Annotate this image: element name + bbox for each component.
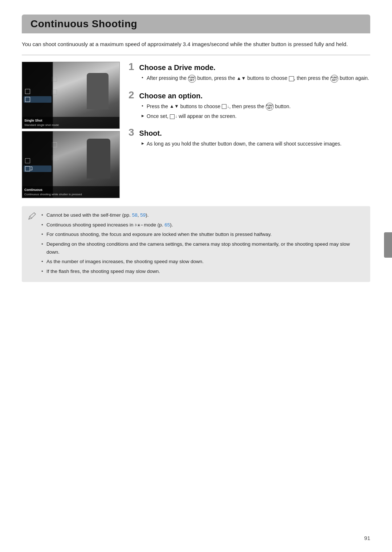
note-item-6: If the flash fires, the shooting speed m… <box>41 267 364 275</box>
func-btn-2: FUNCSET <box>330 75 338 83</box>
step-1: 1 Choose a Drive mode. After pressing th… <box>128 62 370 84</box>
step-3-header: 3 Shoot. <box>128 127 370 138</box>
square-icon-1 <box>289 76 294 81</box>
note-item-3: For continuous shooting, the focus and e… <box>41 230 364 238</box>
step-2-title: Choose an option. <box>139 92 203 100</box>
pencil-icon <box>27 211 37 221</box>
title-bar: Continuous Shooting <box>22 15 370 33</box>
step-1-bullet-1: After pressing the FUNCSET button, press… <box>142 74 370 82</box>
notes-list: Cannot be used with the self-timer (pp. … <box>41 211 364 275</box>
step-1-header: 1 Choose a Drive mode. <box>128 62 370 72</box>
step-2-bullet-2: Once set, ↓ will appear on the screen. <box>142 112 370 120</box>
caption-desc-bottom: Continuous shooting while shutter is pre… <box>24 192 117 196</box>
arrow-keys-2: ▲▼ <box>170 103 179 110</box>
right-tab <box>384 232 392 258</box>
notes-section: Cannot be used with the self-timer (pp. … <box>22 206 370 282</box>
caption-desc-top: Standard single shot mode <box>24 123 117 127</box>
caption-title-bottom: Continuous <box>24 188 117 192</box>
menu-item-empty <box>24 158 52 164</box>
square-icon-3 <box>170 114 175 119</box>
cam-caption-bottom: Continuous Continuous shooting while shu… <box>22 186 119 198</box>
step-3-body: As long as you hold the shutter button d… <box>142 140 370 148</box>
step-1-title: Choose a Drive mode. <box>139 64 216 72</box>
menu-item-continuous <box>24 165 52 172</box>
page-number: 91 <box>364 535 370 541</box>
square-icon-2 <box>222 104 226 109</box>
func-btn-3: FUNCSET <box>266 103 274 111</box>
scn-mode-icon: 3☀▪ <box>135 222 142 229</box>
camera-screenshot-bottom: Continuous Continuous shooting while shu… <box>22 131 120 198</box>
step-3-bullet-1: As long as you hold the shutter button d… <box>142 140 370 148</box>
cont-icon-inline-2: ↓ <box>170 113 177 120</box>
main-content: Single Shot Standard single shot mode <box>22 62 370 198</box>
section-divider <box>22 55 370 55</box>
step-2: 2 Choose an option. Press the ▲▼ buttons… <box>128 90 370 122</box>
caption-title-top: Single Shot <box>24 118 117 123</box>
menu-item-single <box>24 88 52 95</box>
step-2-number: 2 <box>128 90 134 100</box>
step-3-title: Shoot. <box>139 129 162 138</box>
func-btn-1: FUNCSET <box>188 75 196 83</box>
step-3-number: 3 <box>128 127 134 138</box>
camera-screenshot-top: Single Shot Standard single shot mode <box>22 62 120 129</box>
step-2-bullet-1: Press the ▲▼ buttons to choose ↓ , then … <box>142 102 370 111</box>
menu-item-selected <box>24 96 52 103</box>
arrow-keys-1: ▲▼ <box>237 75 246 82</box>
step-1-body: After pressing the FUNCSET button, press… <box>142 74 370 82</box>
step-3: 3 Shoot. As long as you hold the shutter… <box>128 127 370 149</box>
note-item-2: Continuous shooting speed increases in 3… <box>41 221 364 229</box>
step-1-number: 1 <box>128 62 134 72</box>
step-2-body: Press the ▲▼ buttons to choose ↓ , then … <box>142 102 370 120</box>
note-item-5: As the number of images increases, the s… <box>41 258 364 266</box>
steps-column: 1 Choose a Drive mode. After pressing th… <box>128 62 370 198</box>
link-p65[interactable]: 65 <box>164 222 170 228</box>
intro-text: You can shoot continuously at a maximum … <box>22 40 370 48</box>
step-2-header: 2 Choose an option. <box>128 90 370 100</box>
note-item-4: Depending on the shooting conditions and… <box>41 240 364 256</box>
images-column: Single Shot Standard single shot mode <box>22 62 120 198</box>
link-pp58[interactable]: 58 <box>132 212 138 218</box>
note-item-1: Cannot be used with the self-timer (pp. … <box>41 211 364 219</box>
cam-caption-top: Single Shot Standard single shot mode <box>22 117 119 128</box>
cont-icon-inline: ↓ <box>222 103 229 110</box>
page-title: Continuous Shooting <box>30 18 362 30</box>
link-pp59[interactable]: 59 <box>140 212 146 218</box>
